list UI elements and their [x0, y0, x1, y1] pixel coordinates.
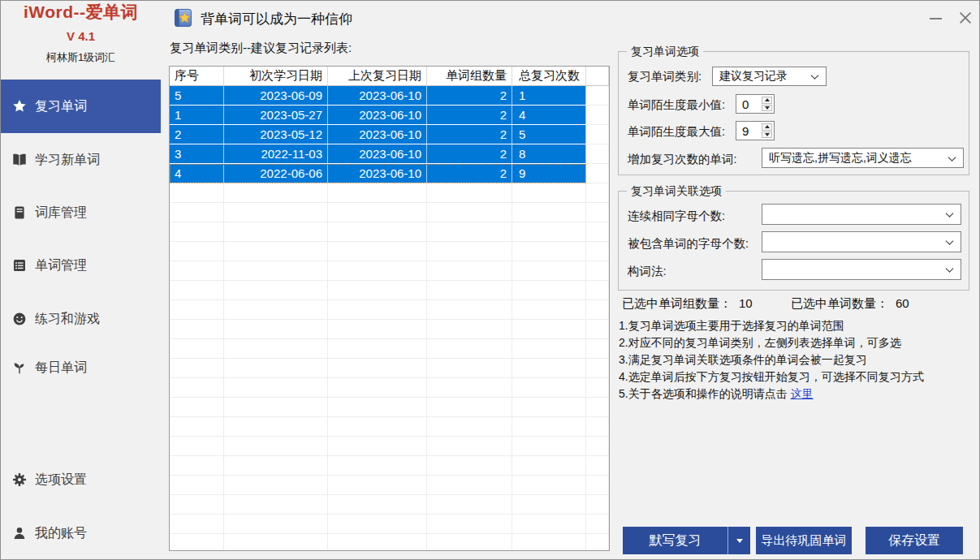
sidebar-item-book[interactable]: 词库管理 [1, 186, 161, 239]
table-row[interactable]: 32022-11-032023-06-1028 [170, 144, 609, 164]
instruction-text: 4.选定单词后按下方复习按钮开始复习，可选择不同复习方式 [619, 370, 924, 383]
min-strangeness-stepper[interactable]: 0 [736, 94, 775, 114]
empty-cell [512, 417, 586, 437]
empty-cell [328, 242, 427, 261]
empty-cell [224, 534, 328, 551]
column-header[interactable]: 序号 [170, 67, 224, 86]
category-select[interactable]: 建议复习记录 [712, 67, 827, 86]
empty-row [170, 417, 609, 437]
empty-cell [170, 242, 224, 261]
close-button[interactable] [956, 9, 974, 27]
column-header[interactable]: 初次学习日期 [224, 67, 328, 86]
empty-cell [427, 222, 512, 242]
max-strangeness-stepper[interactable]: 9 [736, 121, 775, 140]
instruction-text: 3.满足复习单词关联选项条件的单词会被一起复习 [619, 353, 867, 366]
sidebar-item-open-book[interactable]: 学习新单词 [1, 133, 161, 187]
empty-cell [427, 515, 512, 534]
spin-up-icon[interactable] [762, 123, 772, 131]
table-row[interactable]: 42022-06-062023-06-1029 [170, 164, 609, 183]
empty-cell [512, 261, 586, 281]
empty-cell [427, 339, 512, 359]
empty-cell [328, 339, 427, 359]
table-cell: 2023-06-10 [328, 86, 427, 106]
sidebar-item-list[interactable]: 单词管理 [1, 239, 161, 292]
empty-cell [328, 534, 427, 551]
empty-cell [328, 515, 427, 534]
empty-row [170, 437, 609, 456]
empty-cell [328, 281, 427, 300]
table-cell: 2022-06-06 [224, 164, 328, 183]
empty-cell [427, 417, 512, 437]
star-icon [12, 99, 27, 114]
column-header[interactable]: 总复习次数 [512, 67, 586, 86]
spin-down-icon[interactable] [762, 131, 772, 139]
same-letters-label: 连续相同字母个数: [628, 209, 725, 224]
same-letters-select[interactable] [762, 204, 961, 225]
table-row[interactable]: 12023-05-272023-06-1024 [170, 106, 609, 125]
contained-letters-label: 被包含单词的字母个数: [628, 236, 749, 252]
empty-cell [512, 456, 586, 476]
seedling-icon [12, 360, 27, 375]
empty-row [170, 515, 609, 534]
empty-cell [586, 534, 609, 551]
empty-row [170, 398, 609, 417]
category-value: 建议复习记录 [719, 69, 788, 84]
empty-cell [328, 378, 427, 398]
empty-row [170, 261, 609, 281]
empty-cell [512, 534, 586, 551]
sidebar-item-seedling[interactable]: 每日单词 [1, 341, 161, 394]
save-settings-button[interactable]: 保存设置 [866, 527, 963, 554]
empty-cell [586, 300, 609, 320]
empty-cell [170, 456, 224, 476]
contained-letters-select[interactable] [762, 231, 961, 252]
dictation-review-split-button[interactable]: 默写复习 [623, 527, 750, 554]
dictation-review-button[interactable]: 默写复习 [623, 527, 727, 554]
table-cell-spacer [586, 125, 609, 144]
table-cell: 2023-06-10 [328, 164, 427, 183]
empty-cell [328, 261, 427, 281]
empty-cell [586, 437, 609, 456]
table-row[interactable]: 22023-05-122023-06-1025 [170, 125, 609, 144]
empty-cell [512, 320, 586, 339]
sidebar-item-smiley[interactable]: 练习和游戏 [1, 292, 161, 346]
empty-cell [170, 183, 224, 203]
minimize-button[interactable] [927, 9, 945, 27]
review-mode-dropdown-button[interactable] [727, 527, 750, 554]
book-star-icon [174, 8, 192, 28]
export-button[interactable]: 导出待巩固单词 [756, 527, 852, 554]
list-icon [12, 258, 27, 273]
book-icon [12, 205, 27, 220]
empty-cell [224, 515, 328, 534]
table-cell-spacer [586, 144, 609, 164]
sidebar-item-label: 每日单词 [35, 360, 87, 377]
empty-cell [427, 359, 512, 378]
sidebar-item-star[interactable]: 复习单词 [1, 80, 161, 133]
table-cell: 5 [512, 125, 586, 144]
column-header[interactable]: 上次复习日期 [328, 67, 427, 86]
instruction-line: 3.满足复习单词关联选项条件的单词会被一起复习 [619, 351, 976, 368]
morphology-select[interactable] [762, 259, 961, 280]
sidebar-item-label: 学习新单词 [35, 152, 100, 169]
smiley-icon [12, 312, 27, 326]
extra-review-select[interactable]: 听写遗忘,拼写遗忘,词义遗忘 [762, 148, 964, 168]
sidebar-item-gear[interactable]: 选项设置 [1, 453, 161, 506]
empty-cell [328, 417, 427, 437]
empty-row [170, 456, 609, 476]
empty-cell [427, 320, 512, 339]
spin-up-icon[interactable] [762, 97, 772, 104]
empty-row [170, 378, 609, 398]
empty-row [170, 476, 609, 495]
table-cell-spacer [586, 86, 609, 106]
empty-cell [224, 300, 328, 320]
empty-cell [586, 359, 609, 378]
help-link[interactable]: 这里 [791, 387, 814, 400]
sidebar-item-user[interactable]: 我的账号 [1, 506, 161, 560]
spin-down-icon[interactable] [762, 105, 772, 112]
empty-cell [512, 378, 586, 398]
empty-cell [170, 339, 224, 359]
empty-row [170, 222, 609, 242]
empty-cell [224, 339, 328, 359]
instruction-line: 1.复习单词选项主要用于选择复习的单词范围 [619, 317, 976, 334]
column-header[interactable]: 单词组数量 [427, 67, 512, 86]
table-row[interactable]: 52023-06-092023-06-1021 [170, 86, 609, 106]
